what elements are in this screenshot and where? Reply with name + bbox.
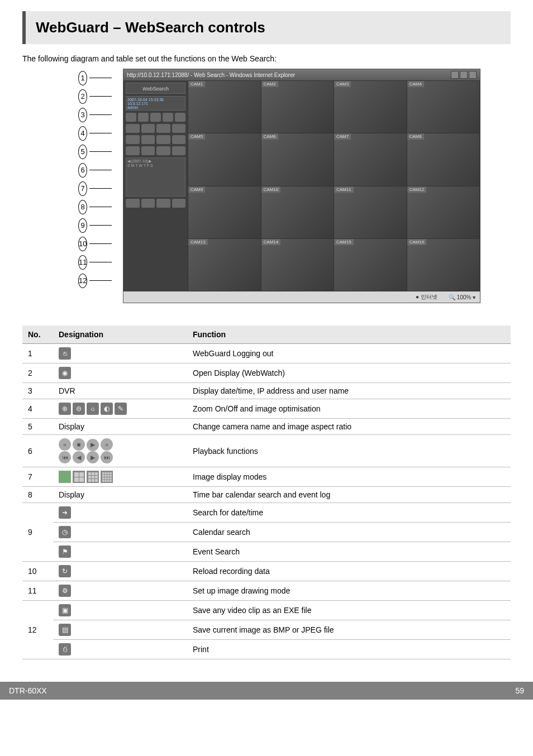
table-row: ⎙Print (22, 640, 511, 659)
camera-tile[interactable]: CAM4 (407, 81, 480, 133)
layout-2x2-icon[interactable] (141, 146, 155, 155)
footer-model: DTR-60XX (9, 686, 47, 695)
callout-3: 3 (78, 106, 112, 124)
table-row: 11⚙Set up image drawing mode (22, 581, 511, 601)
cell-designation: ⚑ (53, 542, 187, 562)
table-row: 12▣Save any video clip as an EXE file (22, 601, 511, 620)
cell-no: 9 (22, 503, 53, 562)
layout-4x4-icon[interactable] (172, 146, 186, 155)
ffwd-icon[interactable] (172, 124, 186, 133)
save-exe-icon: ▣ (59, 604, 71, 616)
camera-tile[interactable]: CAM9 (188, 186, 261, 238)
last-icon[interactable] (172, 135, 186, 144)
callout-line (89, 96, 112, 97)
camera-tile[interactable]: CAM1 (188, 81, 261, 133)
window-titlebar: http://10.0.12.171:12088/ - Web Search -… (123, 69, 480, 80)
cell-function: Calendar search (187, 523, 511, 542)
save-row[interactable] (126, 199, 185, 208)
rewind-icon[interactable] (126, 124, 140, 133)
maximize-icon[interactable] (460, 71, 468, 79)
camera-label: CAM12 (407, 186, 427, 193)
cell-function: Zoom On/Off and image optimisation (187, 399, 511, 419)
window-controls[interactable] (451, 71, 477, 79)
callout-line (89, 262, 112, 262)
calendar-panel[interactable]: ◀ [2007-10] ▶ S M T W T F S (126, 157, 185, 197)
cell-designation: Display (53, 487, 187, 503)
camera-label: CAM2 (261, 81, 278, 87)
image-tools[interactable] (126, 113, 185, 122)
callout-line (89, 280, 112, 281)
playback-row2[interactable] (126, 135, 185, 144)
camera-label: CAM16 (407, 239, 427, 245)
callout-8: 8 (78, 198, 112, 216)
contrast-icon[interactable] (163, 113, 173, 122)
bright-icon[interactable] (150, 113, 161, 122)
stepfwd-icon: ▶ (87, 451, 99, 463)
camera-tile[interactable]: CAM15 (334, 239, 407, 291)
zoom-in-icon[interactable] (126, 113, 136, 122)
camera-label: CAM6 (261, 133, 278, 140)
playback-row1[interactable] (126, 124, 185, 133)
camera-tile[interactable]: CAM10 (261, 186, 334, 238)
table-row: ⚑Event Search (22, 542, 511, 562)
camera-tile[interactable]: CAM5 (188, 133, 261, 185)
callout-line (89, 78, 112, 78)
zoom-out-icon[interactable] (138, 113, 149, 122)
contrast-icon: ◐ (101, 403, 113, 415)
camera-tile[interactable]: CAM14 (261, 239, 334, 291)
layout-row[interactable] (126, 146, 185, 155)
layout-3x3-icon[interactable] (156, 146, 170, 155)
callout-number: 9 (78, 218, 87, 233)
minimize-icon[interactable] (451, 71, 459, 79)
layout-1x1-icon[interactable] (126, 146, 140, 155)
th-des: Designation (53, 326, 187, 344)
cell-function: Open Display (WebWatch) (187, 363, 511, 383)
cell-no: 10 (22, 562, 53, 581)
cell-designation: ➜ (53, 503, 187, 523)
camera-tile[interactable]: CAM8 (407, 133, 480, 185)
play-icon: ▶ (87, 439, 99, 451)
camera-tile[interactable]: CAM7 (334, 133, 407, 185)
draw-mode-icon[interactable] (172, 199, 186, 208)
table-row: 1⎋WebGuard Logging out (22, 344, 511, 363)
callout-number: 12 (78, 274, 87, 288)
cell-no: 8 (22, 487, 53, 503)
save-exe-icon[interactable] (126, 199, 140, 208)
status-bar: ● 인터넷 🔍 100% ▾ (123, 291, 480, 303)
camera-tile[interactable]: CAM16 (407, 239, 480, 291)
logout-icon: ⎋ (59, 347, 71, 360)
camera-tile[interactable]: CAM3 (334, 81, 407, 133)
callout-9: 9 (78, 216, 112, 235)
camera-tile[interactable]: CAM2 (261, 81, 334, 133)
cell-no: 6 (22, 435, 53, 467)
cell-designation: ▤ (53, 620, 187, 640)
stepfwd-icon[interactable] (156, 135, 170, 144)
layout-1x1-icon (59, 471, 71, 483)
edit-icon[interactable] (175, 113, 185, 122)
camera-tile[interactable]: CAM6 (261, 133, 334, 185)
callout-line (89, 207, 112, 207)
stop-icon[interactable] (141, 124, 155, 133)
th-no: No. (22, 326, 53, 344)
callout-2: 2 (78, 87, 112, 106)
callout-number: 3 (78, 108, 87, 122)
cell-designation: ◷ (53, 523, 187, 542)
cell-no: 1 (22, 344, 53, 363)
designation-text: DVR (59, 386, 75, 395)
print-icon[interactable] (156, 199, 170, 208)
camera-tile[interactable]: CAM11 (334, 186, 407, 238)
camera-tile[interactable]: CAM13 (188, 239, 261, 291)
camera-label: CAM14 (261, 239, 281, 245)
designation-text: Display (59, 490, 84, 499)
camera-tile[interactable]: CAM12 (407, 186, 480, 238)
table-row: ◷Calendar search (22, 523, 511, 542)
stepback-icon[interactable] (141, 135, 155, 144)
footer-page: 59 (515, 686, 524, 695)
play-icon[interactable] (156, 124, 170, 133)
save-img-icon[interactable] (141, 199, 155, 208)
callout-number: 6 (78, 163, 87, 178)
reload-icon: ↻ (59, 565, 71, 577)
first-icon[interactable] (126, 135, 140, 144)
callout-5: 5 (78, 142, 112, 161)
close-icon[interactable] (469, 71, 477, 79)
